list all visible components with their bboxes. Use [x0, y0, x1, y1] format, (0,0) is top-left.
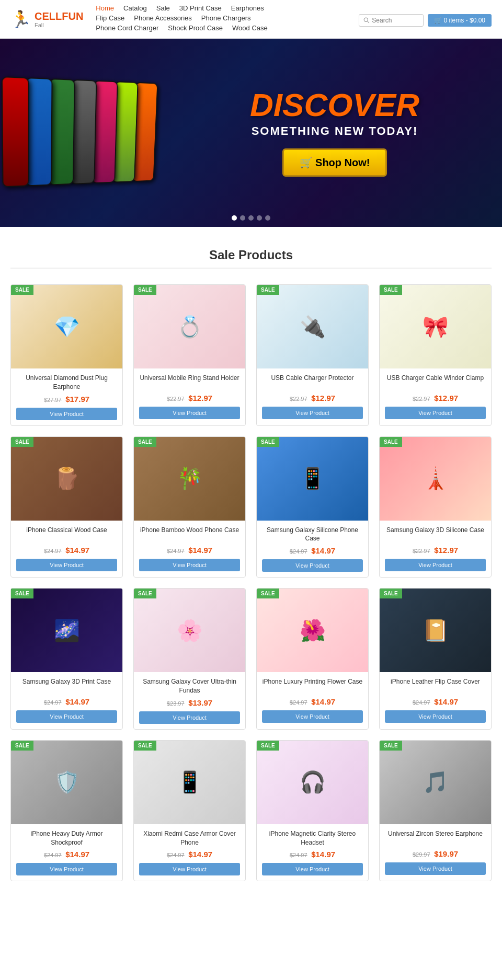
sale-badge: SALE	[11, 741, 33, 751]
nav-catalog[interactable]: Catalog	[123, 4, 147, 12]
view-product-button[interactable]: View Product	[16, 710, 117, 723]
view-product-button[interactable]: View Product	[385, 862, 486, 875]
hero-subtitle: SOMETHING NEW TODAY!	[178, 124, 492, 138]
product-visual: 📱	[257, 437, 368, 521]
new-price: $13.97	[188, 698, 212, 707]
logo[interactable]: 🏃 CELLFUN Fall	[10, 9, 83, 29]
product-info: USB Charger Cable Winder Clamp $22.97 $1…	[380, 368, 491, 424]
nav-wood-case[interactable]: Wood Case	[232, 24, 268, 32]
nav-cord-charger[interactable]: Phone Cord Charger	[96, 24, 158, 32]
product-name: iPhone Luxury Printing Flower Case	[262, 677, 363, 694]
product-card: SALE 🌺 iPhone Luxury Printing Flower Cas…	[256, 588, 369, 730]
view-product-button[interactable]: View Product	[139, 407, 240, 419]
product-card: SALE 🛡️ iPhone Heavy Duty Armor Shockpro…	[10, 740, 123, 882]
hero-dot-3[interactable]	[248, 215, 254, 221]
svg-line-1	[368, 21, 369, 22]
product-visual: 🔌	[257, 285, 368, 368]
product-card: SALE 📱 Xiaomi Redmi Case Armor Cover Pho…	[133, 740, 246, 882]
product-name: USB Charger Cable Winder Clamp	[385, 374, 486, 390]
sale-badge: SALE	[134, 741, 156, 751]
nav-earphones[interactable]: Earphones	[231, 4, 264, 12]
new-price: $19.97	[434, 849, 458, 858]
product-pricing: $24.97 $14.97	[139, 546, 240, 555]
new-price: $14.97	[434, 697, 458, 706]
hero-dot-2[interactable]	[240, 215, 245, 221]
product-card: SALE 🎵 Universal Zircon Stereo Earphone …	[379, 740, 492, 882]
product-image: 🌌	[11, 589, 122, 672]
nav-phone-chargers[interactable]: Phone Chargers	[201, 14, 251, 22]
view-product-button[interactable]: View Product	[262, 710, 363, 723]
nav-sale[interactable]: Sale	[156, 4, 170, 12]
product-info: iPhone Classical Wood Case $24.97 $14.97…	[11, 521, 122, 577]
hero-dot-4[interactable]	[257, 215, 262, 221]
product-card: SALE 🌌 Samsung Galaxy 3D Print Case $24.…	[10, 588, 123, 730]
product-image: 🔌	[257, 285, 368, 368]
product-image: 📔	[380, 589, 491, 672]
view-product-button[interactable]: View Product	[262, 863, 363, 875]
product-name: Xiaomi Redmi Case Armor Cover Phone	[139, 829, 240, 847]
view-product-button[interactable]: View Product	[385, 559, 486, 571]
old-price: $22.97	[413, 396, 430, 402]
product-info: Xiaomi Redmi Case Armor Cover Phone $24.…	[134, 824, 245, 881]
view-product-button[interactable]: View Product	[139, 863, 240, 875]
sale-badge: SALE	[380, 285, 402, 295]
sale-badge: SALE	[380, 437, 402, 447]
product-pricing: $22.97 $12.97	[385, 394, 486, 402]
product-pricing: $24.97 $14.97	[16, 697, 117, 706]
product-image: 🪵	[11, 437, 122, 521]
nav-flip-case[interactable]: Flip Case	[96, 14, 124, 22]
new-price: $14.97	[65, 850, 89, 859]
view-product-button[interactable]: View Product	[262, 559, 363, 572]
section-title: Sale Products	[0, 248, 502, 262]
product-card: SALE 💎 Universal Diamond Dust Plug Earph…	[10, 284, 123, 426]
view-product-button[interactable]: View Product	[385, 407, 486, 419]
view-product-button[interactable]: View Product	[16, 863, 117, 875]
product-image: 📱	[257, 437, 368, 521]
product-name: Samsung Galaxy 3D Silicone Case	[385, 526, 486, 543]
old-price: $24.97	[44, 699, 62, 706]
hero-dot-1[interactable]	[232, 215, 237, 221]
product-card: SALE 🎀 USB Charger Cable Winder Clamp $2…	[379, 284, 492, 426]
view-product-button[interactable]: View Product	[385, 710, 486, 723]
view-product-button[interactable]: View Product	[262, 407, 363, 419]
hero-shop-btn[interactable]: 🛒 Shop Now!	[282, 148, 387, 177]
nav-shock-proof[interactable]: Shock Proof Case	[168, 24, 223, 32]
nav-phone-accessories[interactable]: Phone Accessories	[134, 14, 192, 22]
hero-banner: DISCOVER SOMETHING NEW TODAY! 🛒 Shop Now…	[0, 39, 502, 227]
product-name: iPhone Magnetic Clarity Stereo Headset	[262, 829, 363, 847]
new-price: $12.97	[311, 394, 335, 402]
old-price: $24.97	[167, 548, 185, 554]
cart-button[interactable]: 🛒 0 items - $0.00	[428, 14, 492, 27]
product-info: iPhone Bamboo Wood Phone Case $24.97 $14…	[134, 521, 245, 577]
new-price: $14.97	[65, 697, 89, 706]
old-price: $23.97	[167, 700, 185, 707]
product-card: SALE 🌸 Samsung Galaxy Cover Ultra-thin F…	[133, 588, 246, 730]
product-card: SALE 📔 iPhone Leather Flip Case Cover $2…	[379, 588, 492, 730]
product-info: Universal Mobile Ring Stand Holder $22.9…	[134, 368, 245, 424]
product-image: 🎀	[380, 285, 491, 368]
product-visual: 🛡️	[11, 741, 122, 824]
product-card: SALE 🔌 USB Cable Charger Protector $22.9…	[256, 284, 369, 426]
product-pricing: $24.97 $14.97	[16, 546, 117, 555]
sale-badge: SALE	[11, 589, 33, 598]
product-pricing: $24.97 $14.97	[16, 850, 117, 859]
sale-badge: SALE	[134, 589, 156, 598]
nav-3d-print[interactable]: 3D Print Case	[179, 4, 222, 12]
nav-home[interactable]: Home	[96, 4, 114, 12]
product-image: 🌸	[134, 589, 245, 672]
view-product-button[interactable]: View Product	[139, 711, 240, 724]
product-name: iPhone Leather Flip Case Cover	[385, 677, 486, 694]
search-input[interactable]	[372, 17, 419, 24]
product-image: 🌺	[257, 589, 368, 672]
sale-badge: SALE	[380, 589, 402, 598]
view-product-button[interactable]: View Product	[16, 559, 117, 571]
sale-badge: SALE	[257, 285, 279, 295]
view-product-button[interactable]: View Product	[16, 408, 117, 420]
hero-content: DISCOVER SOMETHING NEW TODAY! 🛒 Shop Now…	[167, 78, 502, 187]
product-pricing: $22.97 $12.97	[385, 546, 486, 555]
hero-dot-5[interactable]	[265, 215, 270, 221]
view-product-button[interactable]: View Product	[139, 559, 240, 571]
new-price: $12.97	[434, 546, 458, 555]
svg-point-0	[364, 18, 368, 21]
product-visual: 🪵	[11, 437, 122, 521]
